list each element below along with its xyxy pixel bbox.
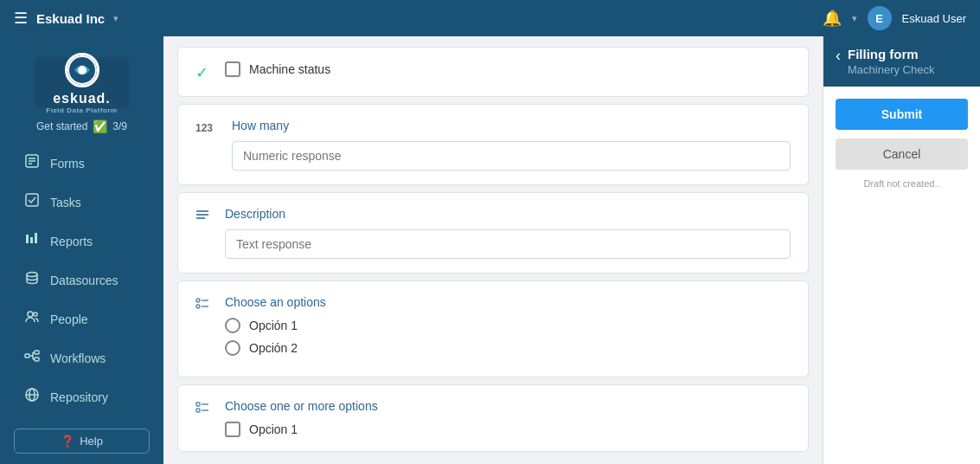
sidebar-repository-label: Repository: [50, 390, 108, 404]
brand-name: Eskuad Inc: [36, 11, 105, 26]
cancel-button[interactable]: Cancel: [836, 139, 968, 170]
machine-status-checkbox[interactable]: [225, 61, 240, 77]
panel-title: Filling form: [848, 47, 934, 61]
submit-button[interactable]: Submit: [836, 99, 968, 130]
svg-rect-14: [35, 351, 39, 354]
svg-rect-6: [26, 194, 38, 206]
sidebar-datasources-label: Datasources: [50, 274, 118, 287]
sidebar-item-people[interactable]: People: [5, 300, 158, 338]
topbar-left: ☰ Eskuad Inc ▾: [14, 9, 118, 28]
sidebar-item-repository[interactable]: Repository: [5, 378, 158, 416]
sidebar-item-tasks[interactable]: Tasks: [5, 184, 158, 221]
sidebar-reports-label: Reports: [50, 235, 93, 248]
notification-icon[interactable]: 🔔: [823, 9, 842, 28]
svg-point-29: [196, 305, 200, 308]
tasks-icon: [22, 192, 42, 212]
brand-chevron-icon[interactable]: ▾: [113, 13, 118, 24]
how-many-label: How many: [232, 119, 791, 132]
check-circle-icon: ✅: [93, 119, 107, 133]
svg-rect-9: [35, 233, 37, 243]
svg-rect-33: [196, 409, 200, 412]
choose-more-label: Choose one or more options: [225, 399, 791, 413]
workflows-icon: [22, 348, 42, 368]
avatar[interactable]: E: [868, 6, 892, 30]
sidebar-tasks-label: Tasks: [50, 196, 81, 209]
panel-header: ‹ Filling form Machinery Check: [823, 36, 980, 87]
multi-opcion1-label: Opcion 1: [249, 422, 298, 436]
get-started-label: Get started: [36, 120, 87, 132]
sidebar-people-label: People: [50, 313, 88, 326]
form-section-choose-options: Choose an options Opción 1 Opción 2: [177, 280, 809, 377]
right-panel: ‹ Filling form Machinery Check Submit Ca…: [823, 36, 980, 464]
username-label: Eskuad User: [902, 12, 966, 25]
machine-status-item: Machine status: [225, 61, 791, 77]
user-chevron-icon[interactable]: ▾: [852, 13, 857, 24]
svg-point-1: [78, 66, 86, 74]
get-started: Get started ✅ 3/9: [0, 116, 163, 144]
numeric-input[interactable]: [232, 141, 791, 171]
form-section-how-many: 123 How many: [177, 104, 809, 185]
sidebar-logo: eskuad. Field Data Platform: [0, 43, 163, 116]
people-icon: [22, 309, 42, 329]
svg-rect-15: [35, 358, 39, 361]
machine-status-label: Machine status: [249, 62, 330, 76]
svg-rect-8: [30, 237, 33, 243]
svg-point-11: [28, 312, 33, 317]
panel-body: Submit Cancel Draft not created..: [823, 87, 980, 201]
description-content: Description: [225, 207, 791, 259]
svg-rect-7: [26, 235, 29, 243]
menu-icon[interactable]: ☰: [14, 9, 28, 28]
svg-point-12: [34, 313, 37, 316]
sidebar-workflows-label: Workflows: [50, 351, 106, 365]
svg-point-27: [196, 299, 200, 302]
help-button[interactable]: ❓ Help: [14, 429, 150, 454]
lines-icon: [195, 209, 213, 226]
datasources-icon: [22, 270, 42, 290]
logo-circle: [65, 53, 99, 87]
choose-options-content: Choose an options Opción 1 Opción 2: [225, 295, 791, 363]
sidebar-bottom: ❓ Help: [0, 418, 163, 464]
form-section-machine-status: ✓ Machine status: [177, 47, 809, 97]
topbar-right: 🔔 ▾ E Eskuad User: [823, 6, 966, 30]
panel-subtitle: Machinery Check: [848, 63, 934, 76]
logo: eskuad. Field Data Platform: [35, 57, 130, 109]
sidebar-item-forms[interactable]: Forms: [5, 145, 158, 182]
logo-subtext: Field Data Platform: [46, 106, 117, 114]
svg-point-10: [27, 273, 37, 277]
radio-option-1: Opción 1: [225, 318, 791, 333]
choose-more-content: Choose one or more options Opcion 1: [225, 399, 791, 437]
panel-back-button[interactable]: ‹: [836, 47, 841, 65]
form-section-choose-more: Choose one or more options Opcion 1: [177, 384, 809, 452]
logo-text: eskuad.: [53, 91, 111, 106]
multi-checkbox-1[interactable]: [225, 422, 240, 437]
choose-options-label: Choose an options: [225, 295, 791, 309]
progress-label: 3/9: [112, 120, 127, 132]
text-input[interactable]: [225, 229, 791, 259]
topbar: ☰ Eskuad Inc ▾ 🔔 ▾ E Eskuad User: [0, 0, 980, 36]
layout: eskuad. Field Data Platform Get started …: [0, 36, 980, 464]
form-section-description: Description: [177, 192, 809, 274]
machine-status-content: Machine status: [225, 61, 791, 77]
sidebar-item-datasources[interactable]: Datasources: [5, 261, 158, 299]
checkbox-opcion1: Opcion 1: [225, 422, 791, 437]
svg-rect-13: [25, 354, 29, 358]
help-label: Help: [80, 435, 103, 448]
numeric-icon: 123: [195, 122, 220, 134]
sidebar-item-workflows[interactable]: Workflows: [5, 339, 158, 377]
sidebar-forms-label: Forms: [50, 157, 85, 171]
opcion2-label: Opción 2: [249, 341, 298, 355]
radio-option-2: Opción 2: [225, 340, 791, 356]
checkbox-list-icon: [195, 401, 213, 418]
help-icon: ❓: [61, 435, 74, 448]
check-icon: ✓: [195, 63, 213, 82]
opcion1-label: Opción 1: [249, 319, 298, 332]
repository-icon: [22, 387, 42, 407]
main-content: ✓ Machine status 123 How many Descriptio: [163, 36, 823, 464]
draft-text: Draft not created..: [836, 178, 968, 189]
description-label: Description: [225, 207, 791, 221]
radio-list-icon: [195, 297, 213, 314]
sidebar-item-reports[interactable]: Reports: [5, 222, 158, 260]
forms-icon: [22, 153, 42, 173]
radio-opcion2[interactable]: [225, 340, 240, 356]
radio-opcion1[interactable]: [225, 318, 240, 333]
